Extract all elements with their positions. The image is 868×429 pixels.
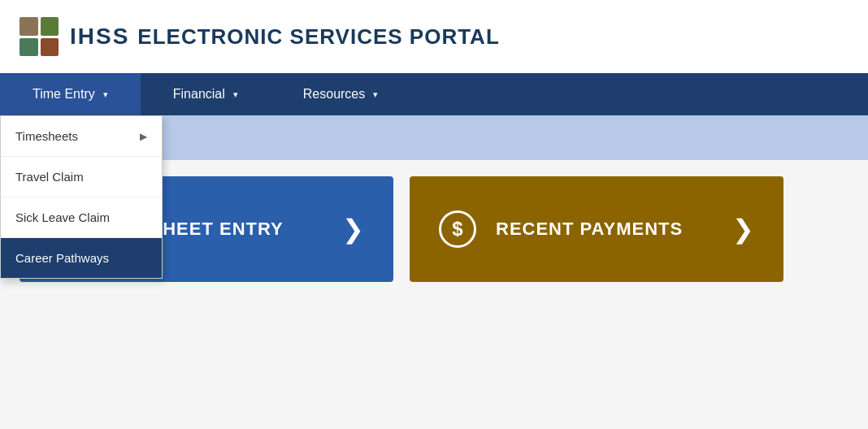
nav-label-time-entry: Time Entry [33, 87, 95, 102]
logo [20, 17, 59, 56]
nav-arrow-financial: ▾ [233, 89, 238, 100]
logo-cell-2 [41, 17, 59, 36]
nav-label-financial: Financial [173, 87, 225, 102]
dropdown-item-travel-claim[interactable]: Travel Claim [1, 157, 162, 197]
dollar-circle-icon: $ [439, 210, 476, 248]
dropdown-label-timesheets: Timesheets [15, 129, 78, 143]
recent-payments-card[interactable]: $ RECENT PAYMENTS ❯ [410, 176, 783, 282]
dropdown-label-travel-claim: Travel Claim [15, 170, 84, 184]
brand-ihss: IHSS [70, 24, 129, 50]
dollar-sign: $ [452, 218, 462, 240]
dropdown-label-career-pathways: Career Pathways [15, 251, 109, 265]
timesheet-entry-chevron: ❯ [342, 214, 364, 245]
recent-payments-label: RECENT PAYMENTS [496, 219, 713, 240]
nav-label-resources: Resources [303, 87, 365, 102]
dropdown-item-career-pathways[interactable]: Career Pathways [1, 238, 162, 278]
logo-cell-3 [20, 38, 38, 57]
brand-subtitle: ELECTRONIC SERVICES PORTAL [137, 24, 499, 50]
nav-arrow-resources: ▾ [373, 89, 378, 100]
payments-icon: $ [439, 210, 476, 248]
dropdown-label-sick-leave: Sick Leave Claim [15, 210, 110, 224]
dropdown-item-sick-leave[interactable]: Sick Leave Claim [1, 197, 162, 238]
brand: IHSS ELECTRONIC SERVICES PORTAL [70, 24, 500, 50]
header: IHSS ELECTRONIC SERVICES PORTAL [0, 0, 868, 73]
logo-cell-4 [41, 38, 59, 57]
logo-cell-1 [20, 17, 38, 36]
nav-item-resources[interactable]: Resources ▾ [271, 73, 410, 115]
navbar: Time Entry ▾ Timesheets ▶ Travel Claim S… [0, 73, 868, 115]
dropdown-item-timesheets[interactable]: Timesheets ▶ [1, 116, 162, 157]
nav-item-financial[interactable]: Financial ▾ [141, 73, 271, 115]
nav-arrow-time-entry: ▾ [103, 89, 108, 100]
submenu-arrow-timesheets: ▶ [140, 131, 147, 142]
dropdown-menu: Timesheets ▶ Travel Claim Sick Leave Cla… [0, 115, 163, 279]
nav-item-time-entry[interactable]: Time Entry ▾ Timesheets ▶ Travel Claim S… [0, 73, 141, 115]
recent-payments-chevron: ❯ [732, 214, 754, 245]
